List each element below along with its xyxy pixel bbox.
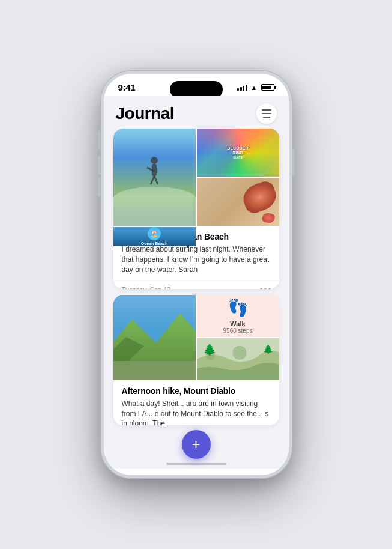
add-entry-button[interactable]: + bbox=[182, 430, 211, 459]
card1-image-grid: DECODERRING SLATE bbox=[113, 129, 279, 226]
app-content: Journal bbox=[104, 96, 289, 469]
svg-rect-8 bbox=[113, 361, 196, 380]
menu-button[interactable] bbox=[256, 103, 277, 124]
menu-line-3 bbox=[263, 117, 270, 118]
app-header: Journal bbox=[104, 96, 289, 129]
map-tree-icon-2: 🌲 bbox=[263, 344, 273, 354]
page-title: Journal bbox=[116, 104, 175, 123]
svg-line-3 bbox=[151, 176, 154, 184]
status-time: 9:41 bbox=[118, 82, 136, 93]
status-bar: 9:41 ▲ bbox=[104, 74, 289, 96]
add-icon: + bbox=[191, 437, 200, 452]
ocean-icon: 🏖️ bbox=[148, 227, 161, 240]
beach-image bbox=[113, 129, 196, 226]
journal-card-2[interactable]: 👣 Walk 9560 steps bbox=[113, 295, 279, 425]
ocean-beach-label: Ocean Beach bbox=[141, 241, 167, 246]
svg-point-0 bbox=[151, 157, 158, 164]
home-indicator bbox=[166, 463, 226, 465]
battery-icon bbox=[261, 84, 274, 91]
signal-icon bbox=[237, 85, 247, 91]
map-image: 🌲 🌲 Mt. Diablo State Park bbox=[197, 338, 279, 380]
card1-footer: Tuesday, Sep 12 bbox=[113, 282, 279, 288]
footprint-icon: 👣 bbox=[228, 298, 249, 318]
svg-point-10 bbox=[232, 345, 246, 359]
journal-card-1[interactable]: DECODERRING SLATE bbox=[113, 129, 279, 289]
menu-line-2 bbox=[262, 113, 271, 114]
decoder-ring-title: DECODERRING bbox=[227, 146, 248, 156]
ocean-beach-image: 🏖️ Ocean Beach bbox=[113, 227, 196, 246]
card2-body: What a day! Sheil... aro are in town vis… bbox=[122, 399, 271, 425]
wifi-icon: ▲ bbox=[251, 84, 258, 91]
svg-line-4 bbox=[154, 176, 158, 184]
status-icons: ▲ bbox=[237, 84, 274, 91]
phone-screen: 9:41 ▲ Journal bbox=[104, 74, 289, 475]
dynamic-island bbox=[170, 81, 223, 98]
surfer-silhouette bbox=[136, 148, 172, 196]
decoder-ring-subtitle: SLATE bbox=[227, 156, 248, 159]
walk-image: 👣 Walk 9560 steps bbox=[197, 295, 279, 337]
cards-container: DECODERRING SLATE bbox=[104, 129, 289, 465]
card1-date: Tuesday, Sep 12 bbox=[122, 286, 171, 288]
mountain-image bbox=[113, 295, 196, 380]
menu-line-1 bbox=[262, 109, 271, 111]
seashell-image bbox=[197, 178, 279, 226]
card2-text: Afternoon hike, Mount Diablo What a day!… bbox=[113, 380, 279, 425]
card1-body: I dreamed about surfing last night. When… bbox=[122, 244, 271, 274]
ocean-beach-badge: 🏖️ Ocean Beach bbox=[141, 227, 167, 246]
mountain-svg bbox=[113, 295, 196, 380]
walk-steps: 9560 steps bbox=[223, 327, 253, 334]
card2-title: Afternoon hike, Mount Diablo bbox=[122, 386, 271, 396]
walk-label: Walk bbox=[223, 320, 253, 327]
card2-image-grid: 👣 Walk 9560 steps bbox=[113, 295, 279, 380]
phone-frame: 9:41 ▲ Journal bbox=[100, 70, 292, 479]
decoder-ring-image: DECODERRING SLATE bbox=[197, 129, 279, 177]
map-tree-icon: 🌲 bbox=[203, 343, 216, 356]
